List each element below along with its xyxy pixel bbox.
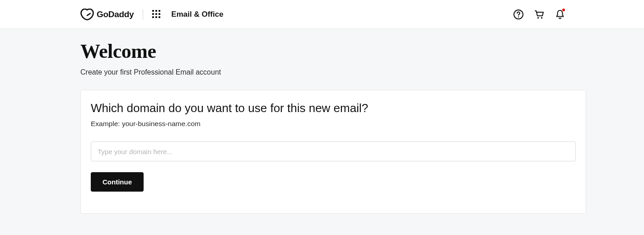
card-title: Which domain do you want to use for this… <box>91 101 576 115</box>
brand-logo[interactable]: GoDaddy <box>80 9 134 20</box>
domain-input[interactable] <box>91 141 576 161</box>
notification-dot-icon <box>562 8 565 12</box>
svg-point-2 <box>537 17 539 18</box>
svg-point-1 <box>518 16 519 17</box>
godaddy-logo-icon <box>80 9 94 20</box>
continue-button[interactable]: Continue <box>91 172 144 192</box>
brand-name: GoDaddy <box>97 9 134 19</box>
header-left-group: GoDaddy Email & Office <box>80 9 224 20</box>
product-name[interactable]: Email & Office <box>171 10 223 19</box>
cart-icon[interactable] <box>534 9 545 20</box>
header-right-group <box>513 9 633 20</box>
help-icon[interactable] <box>513 9 524 20</box>
page-title: Welcome <box>80 40 586 63</box>
header-bar: GoDaddy Email & Office <box>0 0 644 29</box>
apps-grid-icon[interactable] <box>152 10 161 19</box>
page-subtitle: Create your first Professional Email acc… <box>80 68 586 76</box>
domain-card: Which domain do you want to use for this… <box>80 90 586 214</box>
notifications-button[interactable] <box>555 9 565 20</box>
card-example-text: Example: your-business-name.com <box>91 120 576 128</box>
header-divider <box>143 9 143 20</box>
svg-point-3 <box>541 17 542 18</box>
main-content: Welcome Create your first Professional E… <box>0 29 644 232</box>
